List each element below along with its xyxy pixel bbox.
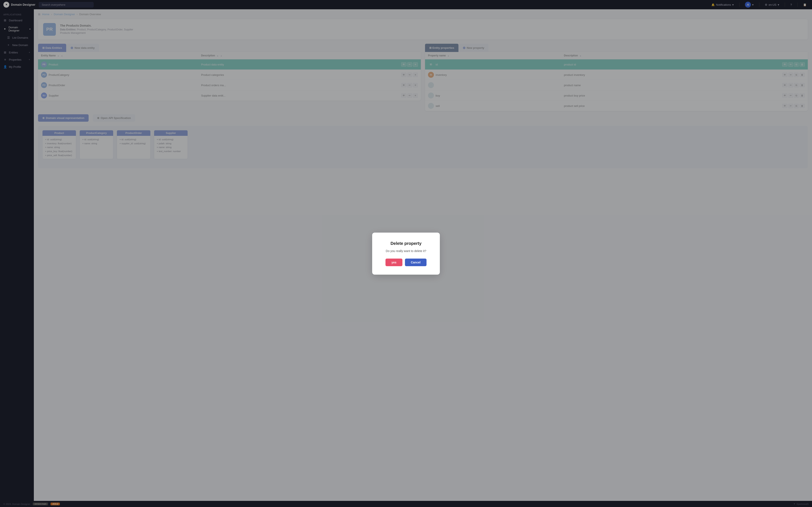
- modal-overlay[interactable]: Delete property Do you really want to de…: [0, 0, 812, 507]
- modal-box: Delete property Do you really want to de…: [372, 233, 440, 275]
- modal-title: Delete property: [382, 241, 430, 246]
- modal-body: Do you really want to delete it?: [382, 249, 430, 252]
- cancel-button[interactable]: Cancel: [405, 259, 426, 266]
- confirm-delete-button[interactable]: yes: [386, 259, 402, 266]
